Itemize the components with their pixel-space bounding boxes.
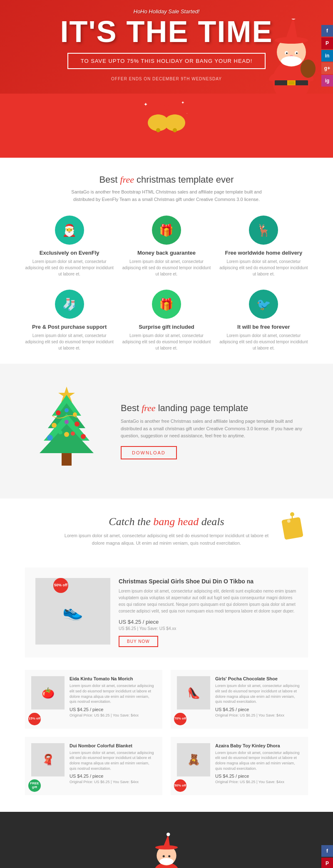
featured-product-title: Christmas Special Girls Shoe Dui Din O T… — [119, 578, 298, 585]
svg-point-12 — [281, 56, 302, 66]
svg-point-41 — [47, 435, 53, 441]
product-title-4: Azaira Baby Toy Kinley Dhora — [215, 743, 302, 748]
svg-point-6 — [291, 19, 296, 20]
feature-desc-1: Lorem ipsum dolor sit amet, consectetur … — [25, 258, 114, 277]
instagram-button[interactable]: ig — [321, 75, 333, 87]
svg-point-56 — [168, 855, 170, 857]
feature-desc-6: Lorem ipsum dolor sit amet, consectetur … — [219, 332, 308, 351]
feature-title-1: Exclusively on EvenFly — [25, 250, 114, 256]
svg-point-54 — [166, 833, 170, 836]
product-image-4: 🧸 — [177, 743, 210, 776]
product-badge-1: 15% off — [28, 713, 41, 725]
product-save-2: Original Price: US $6.25 | You Save: $4x… — [215, 713, 302, 717]
feature-icon-2: 🎁 — [152, 216, 181, 245]
product-title-1: Eida Kintu Tomato Na Morich — [70, 676, 156, 681]
landing-section: Best free landing page template SantaGo … — [0, 364, 333, 498]
product-grid: 🍅 15% off Eida Kintu Tomato Na Morich Lo… — [0, 670, 333, 812]
svg-point-15 — [301, 60, 316, 78]
product-desc-3: Lorem ipsum dolor sit amet, consectetur … — [70, 750, 156, 771]
product-save-4: Original Price: US $6.25 | You Save: $4x… — [215, 780, 302, 784]
feature-item: 🎁 Money back guarantee Lorem ipsum dolor… — [122, 216, 211, 277]
bells-icon: ✦ ✦ · — [142, 94, 191, 135]
download-button[interactable]: DOWNLOAD — [121, 446, 177, 459]
linkedin-button[interactable]: in — [321, 50, 333, 62]
featured-product-price: US $4.25 / piece — [119, 619, 298, 625]
svg-rect-18 — [288, 81, 294, 84]
buy-now-button[interactable]: BUY NOW — [119, 636, 158, 647]
feature-item: 🧦 Pre & Post purchase support Lorem ipsu… — [25, 290, 114, 351]
feature-icon-1: 🎅 — [55, 216, 84, 245]
svg-point-57 — [159, 858, 174, 865]
featured-product-save: US $6.25 | You Save: US $4.xx — [119, 626, 298, 631]
svg-text:✦: ✦ — [181, 100, 184, 105]
facebook-button[interactable]: f — [321, 25, 333, 37]
product-save-3: Original Price: US $6.25 | You Save: $4x… — [70, 780, 156, 784]
svg-point-46 — [290, 512, 294, 516]
deals-description: Lorem ipsum dolor sit amet, consectetur … — [62, 532, 271, 547]
featured-product-description: Lorem ipsum dolor sit amet, consectetur … — [119, 588, 298, 615]
googleplus-button[interactable]: g+ — [321, 62, 333, 74]
price-tag-decoration — [281, 511, 304, 542]
product-desc-1: Lorem ipsum dolor sit amet, consectetur … — [70, 683, 156, 704]
landing-title: Best free landing page template — [121, 403, 308, 414]
social-sidebar: f P in g+ ig — [321, 25, 333, 87]
product-card: 🧸 50% off Azaira Baby Toy Kinley Dhora L… — [171, 737, 308, 795]
pinterest-button[interactable]: P — [321, 37, 333, 49]
product-badge-4: 50% off — [174, 779, 186, 792]
product-price-3: US $4.25 / piece — [70, 774, 156, 779]
svg-point-40 — [65, 420, 69, 424]
svg-point-24 — [173, 128, 177, 132]
hero-section: f P in g+ ig HoHo Holiday Sale Started! … — [0, 0, 333, 94]
bells-area: ✦ ✦ · — [0, 94, 333, 158]
product-info-3: Dui Nombor Colorful Blanket Lorem ipsum … — [70, 743, 156, 789]
pinterest-button-dark[interactable]: P — [321, 858, 333, 868]
svg-point-55 — [163, 855, 165, 857]
product-price-2: US $4.25 / piece — [215, 707, 302, 712]
product-image-1: 🍅 — [31, 676, 65, 709]
product-desc-4: Lorem ipsum dolor sit amet, consectetur … — [215, 750, 302, 771]
product-price-4: US $4.25 / piece — [215, 774, 302, 779]
svg-point-44 — [58, 430, 62, 434]
svg-point-10 — [296, 52, 298, 54]
feature-icon-4: 🧦 — [55, 290, 84, 319]
svg-point-9 — [286, 52, 288, 54]
product-save-1: Original Price: US $6.25 | You Save: $4x… — [70, 713, 156, 717]
featured-product-image: 👟 — [35, 578, 110, 645]
feature-desc-4: Lorem ipsum dolor sit amet, consectetur … — [25, 332, 114, 351]
feature-desc-2: Lorem ipsum dolor sit amet, consectetur … — [122, 258, 211, 277]
svg-point-43 — [64, 432, 69, 437]
svg-text:·: · — [186, 112, 187, 115]
landing-description: SantaGo is another free Christmas sales … — [121, 418, 308, 440]
newsletter-section: f P in g+ ig Don't miss the upcoming hot — [0, 812, 333, 868]
feature-desc-5: Lorem ipsum dolor sit amet, consectetur … — [122, 332, 211, 351]
svg-rect-48 — [281, 517, 303, 540]
product-info-2: Girls' Pocha Chocolate Shoe Lorem ipsum … — [215, 676, 302, 722]
product-desc-2: Lorem ipsum dolor sit amet, consectetur … — [215, 683, 302, 704]
featured-product-info: Christmas Special Girls Shoe Dui Din O T… — [119, 578, 298, 647]
product-card: 👠 70% off Girls' Pocha Chocolate Shoe Lo… — [171, 670, 308, 728]
santa-bust-icon — [148, 833, 185, 868]
feature-icon-5: 🎁 — [152, 290, 181, 319]
feature-desc-3: Lorem ipsum dolor sit amet, consectetur … — [219, 258, 308, 277]
feature-item: 🐦 It will be free forever Lorem ipsum do… — [219, 290, 308, 351]
svg-point-39 — [75, 422, 80, 427]
landing-text: Best free landing page template SantaGo … — [121, 403, 308, 459]
facebook-button-dark[interactable]: f — [321, 845, 333, 857]
hero-cta-box: TO SAVE UPTO 75% THIS HOLIDAY OR BANG YO… — [67, 53, 266, 69]
christmas-tree-icon — [29, 384, 104, 476]
hero-subtitle: HoHo Holiday Sale Started! — [17, 8, 316, 15]
svg-rect-20 — [153, 114, 163, 125]
svg-marker-53 — [163, 834, 170, 847]
svg-point-45 — [71, 432, 75, 436]
santa-top-dark — [33, 833, 300, 868]
svg-point-35 — [56, 410, 61, 415]
feature-item: 🎅 Exclusively on EvenFly Lorem ipsum dol… — [25, 216, 114, 277]
product-card: 🍅 15% off Eida Kintu Tomato Na Morich Lo… — [25, 670, 162, 728]
feature-icon-6: 🐦 — [249, 290, 278, 319]
feature-item: 🦌 Free worldwide home delivery Lorem ips… — [219, 216, 308, 277]
feature-item: 🎁 Surprise gift included Lorem ipsum dol… — [122, 290, 211, 351]
svg-rect-23 — [170, 114, 180, 125]
product-image-2: 👠 — [177, 676, 210, 709]
svg-point-37 — [65, 408, 69, 412]
product-title-2: Girls' Pocha Chocolate Shoe — [215, 676, 302, 681]
